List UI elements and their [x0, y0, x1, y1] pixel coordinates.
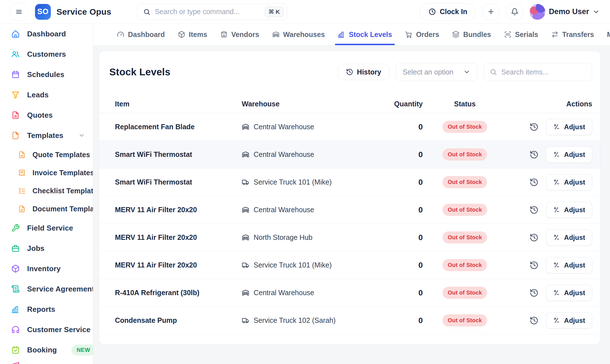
row-status: Out of Stock — [423, 148, 507, 161]
row-warehouse: Central Warehouse — [242, 150, 355, 159]
sidebar-item-customer-service[interactable]: Customer Service — [0, 319, 93, 340]
truck-icon — [242, 261, 249, 269]
sidebar-item-reports[interactable]: Reports — [0, 299, 93, 319]
global-search[interactable]: ⌘ K — [137, 4, 287, 20]
row-warehouse: Service Truck 102 (Sarah) — [242, 316, 355, 324]
tab-label: Orders — [416, 30, 439, 39]
sidebar-item-invoice-templates[interactable]: Invoice Templates — [0, 164, 93, 182]
row-warehouse: Central Warehouse — [242, 206, 355, 214]
quick-add-button[interactable] — [482, 3, 500, 21]
plus-minus-icon — [553, 289, 560, 296]
adjust-button[interactable]: Adjust — [546, 285, 592, 301]
tab-stock-levels[interactable]: Stock Levels — [338, 24, 392, 45]
tab-orders[interactable]: Orders — [405, 24, 439, 45]
row-quantity: 0 — [355, 150, 423, 159]
row-history-button[interactable] — [530, 261, 539, 270]
row-history-button[interactable] — [530, 233, 539, 242]
tab-transfers[interactable]: Transfers — [551, 24, 594, 45]
tab-bar: DashboardItemsVendorsWarehousesStock Lev… — [93, 24, 610, 45]
table-row: MERV 11 Air Filter 20x20North Storage Hu… — [99, 224, 600, 251]
sidebar-item-jobs[interactable]: Jobs — [0, 238, 93, 258]
adjust-button[interactable]: Adjust — [546, 229, 592, 246]
sidebar-item-quotes[interactable]: Quotes — [0, 105, 93, 125]
warehouse-icon — [242, 123, 249, 131]
tab-vendors[interactable]: Vendors — [220, 24, 259, 45]
sidebar-item-dashboard[interactable]: Dashboard — [0, 24, 93, 44]
row-history-button[interactable] — [530, 150, 539, 159]
app-logo: SO — [35, 4, 51, 20]
top-header: SO Service Opus ⌘ K Clock In Demo User — [0, 0, 610, 24]
sidebar-item-label: Checklist Templates — [32, 187, 93, 195]
app-name: Service Opus — [56, 7, 111, 17]
user-menu[interactable]: Demo User — [530, 4, 600, 20]
row-history-button[interactable] — [530, 316, 539, 325]
warehouse-name: Central Warehouse — [254, 150, 314, 159]
row-status: Out of Stock — [423, 314, 507, 326]
tab-warehouses[interactable]: Warehouses — [272, 24, 325, 45]
warehouse-filter-select[interactable]: Select an option — [396, 63, 478, 81]
row-status: Out of Stock — [423, 287, 507, 299]
status-badge: Out of Stock — [443, 259, 487, 271]
plus-minus-icon — [553, 234, 560, 241]
checklist-icon — [18, 187, 26, 195]
row-history-button[interactable] — [530, 205, 539, 214]
row-history-button[interactable] — [530, 122, 539, 131]
tab-serials[interactable]: Serials — [504, 24, 538, 45]
file-text-icon — [18, 205, 26, 213]
row-item-name: MERV 11 Air Filter 20x20 — [115, 233, 242, 242]
sidebar-item-inventory[interactable]: Inventory — [0, 258, 93, 279]
adjust-button[interactable]: Adjust — [546, 312, 592, 329]
tab-label: Vendors — [231, 30, 259, 39]
sidebar-item-service-agreements[interactable]: Service Agreements — [0, 279, 93, 299]
tab-more[interactable]: More — [607, 24, 610, 45]
tab-dashboard[interactable]: Dashboard — [117, 24, 165, 45]
notifications-button[interactable] — [506, 3, 523, 21]
clock-in-button[interactable]: Clock In — [420, 3, 476, 21]
adjust-button[interactable]: Adjust — [546, 202, 592, 218]
sidebar-item-quote-templates[interactable]: Quote Templates — [0, 146, 93, 164]
row-item-name: R-410A Refrigerant (30lb) — [115, 289, 242, 297]
table-row: Smart WiFi ThermostatService Truck 101 (… — [99, 168, 600, 196]
sidebar-item-templates[interactable]: Templates — [0, 125, 93, 146]
column-header-item: Item — [115, 100, 242, 108]
sidebar-item-customers[interactable]: Customers — [0, 44, 93, 64]
warehouse-icon — [272, 31, 280, 38]
items-search-input[interactable] — [501, 68, 586, 76]
row-actions: Adjust — [507, 202, 592, 218]
adjust-button[interactable]: Adjust — [546, 174, 592, 190]
sidebar-item-booking[interactable]: BookingNEW — [0, 340, 93, 360]
adjust-button[interactable]: Adjust — [546, 119, 592, 135]
user-name: Demo User — [549, 7, 589, 16]
sidebar-item-leads[interactable]: Leads — [0, 85, 93, 105]
sidebar-item-document-templates[interactable]: Document Templates — [0, 200, 93, 218]
row-warehouse: Service Truck 101 (Mike) — [242, 178, 355, 186]
items-search[interactable] — [484, 63, 592, 81]
hamburger-menu-button[interactable] — [10, 3, 28, 21]
row-item-name: Smart WiFi Thermostat — [115, 178, 242, 186]
layers-icon — [452, 31, 459, 38]
sidebar-item-field-service[interactable]: Field Service — [0, 218, 93, 238]
sidebar-item-schedules[interactable]: Schedules — [0, 64, 93, 85]
history-button[interactable]: History — [338, 64, 389, 80]
tab-label: Warehouses — [283, 30, 325, 39]
history-icon — [346, 68, 353, 76]
global-search-input[interactable] — [155, 8, 260, 16]
clock-icon — [428, 8, 436, 16]
chevron-down-icon — [463, 68, 470, 76]
row-quantity: 0 — [355, 316, 423, 325]
row-history-button[interactable] — [530, 178, 539, 187]
plus-icon — [487, 8, 495, 16]
tab-bundles[interactable]: Bundles — [452, 24, 491, 45]
row-quantity: 0 — [355, 178, 423, 187]
adjust-button[interactable]: Adjust — [546, 257, 592, 273]
adjust-button[interactable]: Adjust — [546, 146, 592, 163]
row-history-button[interactable] — [530, 288, 539, 297]
column-header-status: Status — [423, 100, 507, 108]
funnel-icon — [11, 91, 20, 99]
sidebar-item-label: Booking — [27, 346, 57, 354]
column-header-quantity: Quantity — [355, 100, 423, 108]
sidebar-item-checklist-templates[interactable]: Checklist Templates — [0, 182, 93, 200]
barcode-icon — [504, 31, 511, 38]
row-actions: Adjust — [507, 119, 592, 135]
tab-items[interactable]: Items — [178, 24, 207, 45]
